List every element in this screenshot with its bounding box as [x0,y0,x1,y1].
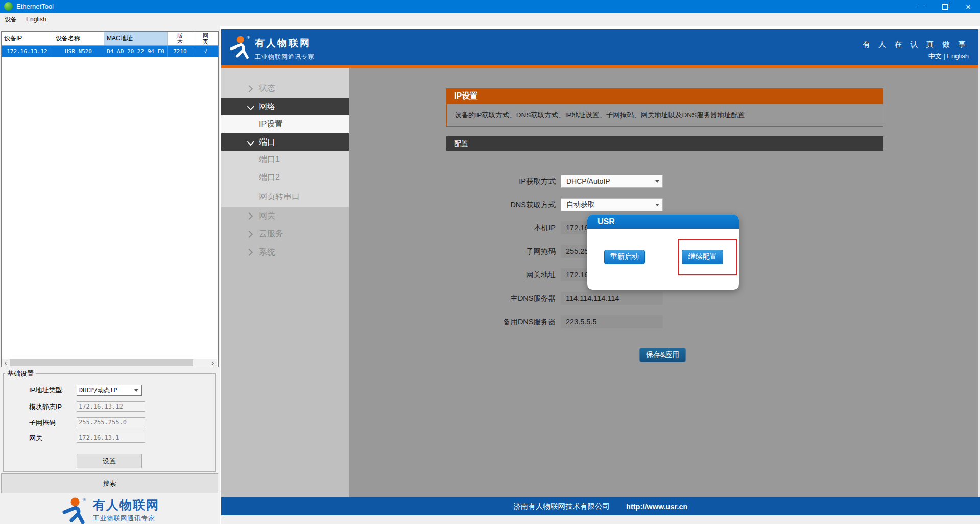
scrollbar-thumb[interactable] [10,359,193,366]
horizontal-scrollbar[interactable]: ‹ › [2,359,217,367]
search-button[interactable]: 搜索 [1,473,218,493]
static-ip-label: 模块静态IP [29,401,76,413]
main-content: IP设置 设备的IP获取方式、DNS获取方式、IP地址设置、子网掩码、网关地址以… [349,68,978,497]
web-brand-tagline: 工业物联网通讯专家 [255,53,315,61]
col-header-device-ip[interactable]: 设备IP [2,32,53,45]
dropdown-arrow-icon [655,204,659,206]
table-row[interactable]: 172.16.13.12 USR-N520 D4 AD 20 22 94 F0 … [2,46,218,57]
restore-icon [942,4,948,10]
save-apply-button[interactable]: 保存&应用 [639,348,686,362]
logo-tagline-text: 工业物联网通讯专家 [93,514,159,523]
web-page: ® 有人物联网 工业物联网通讯专家 有 人 在 认 真 做 事 中文 | Eng… [220,26,980,524]
usr-person-icon: ® [60,497,88,524]
dropdown-arrow-icon [134,389,138,392]
static-ip-field[interactable] [77,401,145,412]
web-body: 状态 网络 IP设置 端口 端口1 端口2 网页转串口 [221,68,978,497]
window-title: EthernetTool [16,3,54,10]
chevron-down-icon [247,138,254,146]
ip-mode-label: IP获取方式 [349,175,556,188]
svg-text:®: ® [83,497,86,502]
sidebar-item-port1[interactable]: 端口1 [221,151,349,169]
chevron-right-icon [246,230,253,237]
chevron-right-icon [246,85,253,92]
dns2-field[interactable]: 223.5.5.5 [561,315,663,328]
cell-device-name: USR-N520 [53,46,104,57]
ip-type-label: IP地址类型: [29,385,76,396]
app-icon [4,2,13,11]
sidebar-item-cloud[interactable]: 云服务 [221,225,349,243]
sidebar-item-web-to-serial[interactable]: 网页转串口 [221,186,349,207]
web-brand-name: 有人物联网 [255,37,315,50]
gateway-addr-label: 网关地址 [349,268,556,281]
sidebar-item-network[interactable]: 网络 [221,98,349,115]
usr-modal-dialog: USR 重新启动 继续配置 [587,215,739,290]
page-description: 设备的IP获取方式、DNS获取方式、IP地址设置、子网掩码、网关地址以及DNS服… [446,104,883,127]
web-brand: 有人物联网 工业物联网通讯专家 [255,37,315,61]
chevron-right-icon [246,212,253,220]
col-header-device-name[interactable]: 设备名称 [53,32,104,45]
footer-url[interactable]: http://www.usr.cn [626,503,687,511]
dns1-label: 主DNS服务器 [349,292,556,305]
col-header-mac[interactable]: MAC地址 [104,32,168,45]
col-header-version[interactable]: 版本 [168,32,193,45]
language-switch[interactable]: 中文 | English [928,52,969,61]
col-header-webpage[interactable]: 网页 [193,32,218,45]
basic-settings-legend: 基础设置 [5,369,36,378]
sidebar-item-ports[interactable]: 端口 [221,133,349,151]
header-person-icon: ® [227,35,252,59]
usr-logo: ® 有人物联网 工业物联网通讯专家 [60,497,159,524]
logo-brand-text: 有人物联网 [93,497,159,513]
scroll-left-arrow-icon[interactable]: ‹ [2,359,10,367]
sidebar-nav: 状态 网络 IP设置 端口 端口1 端口2 网页转串口 [221,68,349,497]
modal-title: USR [587,215,739,229]
menu-english[interactable]: English [21,13,51,26]
right-edge-strip [978,29,980,497]
gateway-label: 网关 [29,433,76,444]
restore-button[interactable] [933,0,957,13]
web-footer: 济南有人物联网技术有限公司 http://www.usr.cn [221,497,980,515]
sidebar-item-status[interactable]: 状态 [221,79,349,98]
table-header-row: 设备IP 设备名称 MAC地址 版本 网页 [2,32,218,46]
ip-mode-select[interactable]: DHCP/AutoIP [561,175,663,188]
scroll-right-arrow-icon[interactable]: › [209,359,217,367]
sidebar-item-ip-settings[interactable]: IP设置 [221,115,349,133]
menu-device[interactable]: 设备 [0,13,21,26]
cell-mac: D4 AD 20 22 94 F0 [104,46,168,57]
dropdown-arrow-icon [655,180,659,183]
window-titlebar: EthernetTool × [0,0,980,13]
dns-mode-select[interactable]: 自动获取 [561,198,663,211]
sidebar-item-port2[interactable]: 端口2 [221,169,349,186]
ip-type-value: DHCP/动态IP [77,386,134,395]
nav-top-padding [221,68,349,79]
menubar: 设备 English [0,13,980,26]
chevron-down-icon [247,103,254,110]
section-header: 配置 [446,136,883,151]
dns-mode-label: DNS获取方式 [349,198,556,211]
gateway-field[interactable] [77,433,145,443]
cell-version: 7210 [168,46,193,57]
page-title: IP设置 [446,88,883,104]
subnet-label: 子网掩码 [29,417,76,428]
sidebar-item-system[interactable]: 系统 [221,243,349,261]
header-slogan: 有 人 在 认 真 做 事 [863,40,969,50]
close-icon: × [966,3,971,11]
footer-bottom-strip [221,515,980,524]
dns2-label: 备用DNS服务器 [349,315,556,328]
restart-button[interactable]: 重新启动 [604,250,645,264]
dns1-field[interactable]: 114.114.114.114 [561,292,663,305]
web-header: ® 有人物联网 工业物联网通讯专家 有 人 在 认 真 做 事 中文 | Eng… [221,29,978,65]
subnet-field[interactable] [77,417,145,427]
local-ip-label: 本机IP [349,221,556,234]
ip-type-select[interactable]: DHCP/动态IP [77,385,142,396]
highlight-red-box [678,239,737,275]
subnet-mask-label: 子网掩码 [349,245,556,258]
cell-device-ip: 172.16.13.12 [2,46,53,57]
webpage-link-icon[interactable]: √ [193,46,218,57]
footer-company: 济南有人物联网技术有限公司 [514,502,610,511]
sidebar-item-gateway[interactable]: 网关 [221,207,349,225]
svg-text:®: ® [247,35,250,40]
device-table: 设备IP 设备名称 MAC地址 版本 网页 172.16.13.12 USR-N… [1,31,219,367]
minimize-button[interactable] [910,0,933,13]
close-button[interactable]: × [957,0,980,13]
set-button[interactable]: 设置 [77,454,142,468]
